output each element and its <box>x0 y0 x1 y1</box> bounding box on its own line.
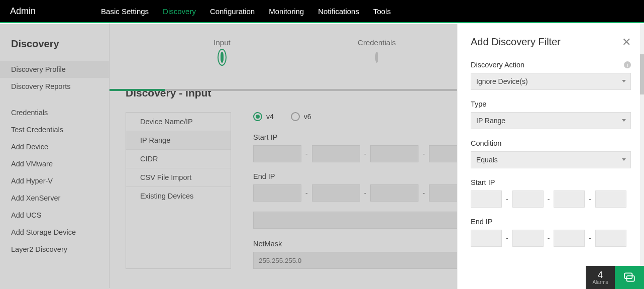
drawer-start-ip-4[interactable] <box>595 190 626 208</box>
stepper-track-fill <box>110 89 165 91</box>
sidebar-item-add-xenserver[interactable]: Add XenServer <box>0 189 109 207</box>
end-ip-octet-3[interactable] <box>370 184 418 202</box>
filter-drawer: Add Discovery Filter ✕ Discovery Action … <box>457 24 644 289</box>
alarm-label: Alarms <box>592 279 608 285</box>
drawer-start-ip-3[interactable] <box>554 190 585 208</box>
drawer-start-ip-row: - - - <box>471 190 631 208</box>
method-device-name-ip[interactable]: Device Name/IP <box>126 113 231 131</box>
radio-dot-icon <box>253 112 262 121</box>
drawer-start-ip-1[interactable] <box>471 190 502 208</box>
drawer-end-ip-row: - - - <box>471 230 631 247</box>
type-label: Type <box>471 100 486 108</box>
end-ip-octet-2[interactable] <box>312 184 360 202</box>
topbar: Admin Basic Settings Discovery Configura… <box>0 0 644 23</box>
nav-monitoring[interactable]: Monitoring <box>269 7 304 16</box>
type-select[interactable]: IP Range <box>471 112 631 129</box>
drawer-end-ip-1[interactable] <box>471 230 502 247</box>
method-list: Device Name/IP IP Range CIDR CSV File Im… <box>126 112 231 269</box>
nav-discovery[interactable]: Discovery <box>163 7 196 16</box>
chat-icon <box>623 271 636 284</box>
method-cidr[interactable]: CIDR <box>126 150 231 168</box>
end-ip-octet-1[interactable] <box>253 184 301 202</box>
sidebar-item-add-hyperv[interactable]: Add Hyper-V <box>0 172 109 189</box>
sidebar-item-add-vmware[interactable]: Add VMware <box>0 155 109 172</box>
radio-ipv4[interactable]: v4 <box>253 112 274 121</box>
radio-ipv4-label: v4 <box>266 113 274 121</box>
step-input-label[interactable]: Input <box>145 38 299 47</box>
step-credentials-label[interactable]: Credentials <box>299 38 454 47</box>
method-csv-file-import[interactable]: CSV File Import <box>126 168 231 187</box>
drawer-start-ip-label: Start IP <box>471 178 495 186</box>
sidebar-item-add-storage-device[interactable]: Add Storage Device <box>0 224 109 241</box>
step-dot-input[interactable] <box>221 52 224 63</box>
sidebar-item-discovery-reports[interactable]: Discovery Reports <box>0 78 109 95</box>
drawer-title: Add Discovery Filter <box>471 36 561 48</box>
info-icon[interactable]: i <box>624 61 631 68</box>
drawer-end-ip-3[interactable] <box>554 230 585 247</box>
start-ip-octet-1[interactable] <box>253 145 301 162</box>
sidebar: Discovery Discovery Profile Discovery Re… <box>0 23 110 288</box>
radio-ipv6[interactable]: v6 <box>291 112 311 121</box>
alarm-count: 4 <box>598 270 603 279</box>
nav-basic-settings[interactable]: Basic Settings <box>101 7 149 16</box>
drawer-end-ip-4[interactable] <box>595 230 626 247</box>
start-ip-octet-3[interactable] <box>370 145 418 162</box>
scrollbar-thumb[interactable] <box>640 54 644 94</box>
drawer-end-ip-2[interactable] <box>512 230 544 247</box>
sidebar-item-discovery-profile[interactable]: Discovery Profile <box>0 61 109 78</box>
drawer-scrollbar[interactable] <box>640 24 644 289</box>
nav-tools[interactable]: Tools <box>373 7 391 16</box>
condition-label: Condition <box>471 139 501 147</box>
discovery-action-label: Discovery Action <box>471 61 524 69</box>
topbar-nav: Basic Settings Discovery Configuration M… <box>101 7 391 16</box>
chat-button[interactable] <box>615 266 644 289</box>
nav-configuration[interactable]: Configuration <box>210 7 255 16</box>
start-ip-octet-2[interactable] <box>312 145 360 162</box>
close-icon[interactable]: ✕ <box>622 37 631 48</box>
discovery-action-select[interactable]: Ignore Device(s) <box>471 73 631 90</box>
alarms-button[interactable]: 4 Alarms <box>586 266 615 289</box>
drawer-end-ip-label: End IP <box>471 218 493 226</box>
method-ip-range[interactable]: IP Range <box>126 131 231 150</box>
sidebar-gap <box>0 95 109 104</box>
sidebar-item-layer2-discovery[interactable]: Layer2 Discovery <box>0 241 109 258</box>
sidebar-heading: Discovery <box>0 33 109 61</box>
app-title: Admin <box>10 6 36 17</box>
sidebar-item-credentials[interactable]: Credentials <box>0 104 109 121</box>
sidebar-item-add-ucs[interactable]: Add UCS <box>0 207 109 224</box>
radio-ipv6-label: v6 <box>304 113 311 121</box>
sidebar-item-test-credentials[interactable]: Test Credentials <box>0 121 109 138</box>
nav-notifications[interactable]: Notifications <box>318 7 359 16</box>
method-existing-devices[interactable]: Existing Devices <box>126 187 231 205</box>
step-dot-credentials[interactable] <box>375 52 378 63</box>
drawer-start-ip-2[interactable] <box>512 190 544 208</box>
sidebar-item-add-device[interactable]: Add Device <box>0 138 109 155</box>
radio-dot-icon <box>291 112 300 121</box>
condition-select[interactable]: Equals <box>471 151 631 168</box>
